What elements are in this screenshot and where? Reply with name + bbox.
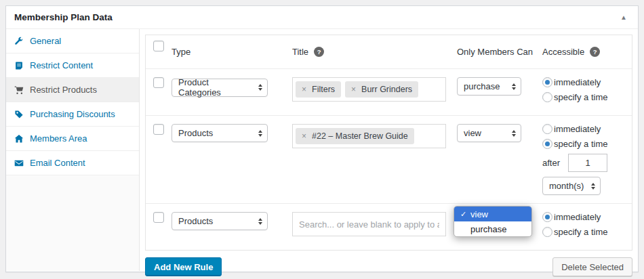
cart-icon [14,85,24,95]
only-members-can-dropdown: ✓ view purchase [454,206,532,237]
select-arrows-icon [258,84,262,91]
table-row: Products × #22 – Master Brew Guide [146,116,632,204]
radio-button[interactable] [542,124,552,134]
tab-label: Members Area [30,133,87,144]
tab-label: Purchasing Discounts [30,109,115,119]
delete-selected-button[interactable]: Delete Selected [552,257,632,276]
select-arrows-icon [512,83,516,90]
tab-label: Restrict Content [30,60,93,70]
tab-label: General [30,36,61,46]
radio-immediately[interactable]: immediately [542,212,632,222]
radio-button[interactable] [542,227,552,237]
tab-label: Email Content [30,158,85,168]
column-header-only-members-can: Only Members Can [457,47,537,57]
tab-purchasing-discounts[interactable]: Purchasing Discounts [6,102,139,127]
radio-button[interactable] [542,212,552,222]
after-amount-input[interactable] [568,154,607,172]
radio-specify-a-time[interactable]: specify a time [542,139,632,149]
radio-specify-a-time[interactable]: specify a time [542,92,632,102]
column-header-type: Type [172,47,292,57]
radio-immediately[interactable]: immediately [542,77,632,87]
type-select[interactable]: Products [172,212,268,230]
row-checkbox[interactable] [153,212,164,223]
table-row: Products view ✓ [146,204,632,250]
title-tags-field[interactable]: × #22 – Master Brew Guide [292,124,446,148]
column-header-title: Title ? [292,47,457,57]
tag-item: × #22 – Master Brew Guide [296,128,414,144]
add-new-rule-button[interactable]: Add New Rule [145,257,222,276]
select-all-checkbox[interactable] [153,41,164,51]
metabox-body: General Restrict Content Restrict Produc… [6,29,638,271]
rules-table: Type Title ? Only Members Can Accessible… [145,35,632,251]
radio-button[interactable] [542,92,552,102]
plan-data-tabs: General Restrict Content Restrict Produc… [6,29,140,271]
tag-icon [14,110,24,119]
rules-footer: Add New Rule Delete Selected [145,257,632,276]
radio-button[interactable] [542,139,552,149]
metabox-title: Membership Plan Data [14,12,618,22]
document-icon [14,61,24,70]
rules-table-header: Type Title ? Only Members Can Accessible… [146,35,632,69]
only-members-can-select[interactable]: view [457,124,521,142]
remove-tag-icon[interactable]: × [351,85,356,93]
tab-restrict-content[interactable]: Restrict Content [6,53,139,78]
accessible-help-icon[interactable]: ? [590,47,600,57]
select-arrows-icon [258,130,262,137]
home-icon [14,134,24,144]
check-icon: ✓ [460,210,467,219]
table-row: Product Categories × Filters × [146,69,632,116]
tab-email-content[interactable]: Email Content [6,151,139,175]
after-period-row: after [542,154,632,172]
type-select[interactable]: Products [172,124,268,142]
only-members-can-select[interactable]: purchase [457,77,521,95]
header-checkbox-cell [146,35,172,60]
tab-general[interactable]: General [6,29,139,53]
after-label: after [542,158,560,168]
email-icon [14,158,24,168]
tab-members-area[interactable]: Members Area [6,127,139,151]
title-search-input[interactable] [292,212,446,236]
wrench-icon [14,37,24,46]
tag-item: × Burr Grinders [345,81,418,98]
column-header-accessible: Accessible ? [537,47,632,57]
row-checkbox[interactable] [153,124,164,135]
select-arrows-icon [591,183,595,190]
membership-plan-data-metabox: Membership Plan Data ▲ General Restrict … [5,5,639,272]
radio-specify-a-time[interactable]: specify a time [542,227,632,237]
radio-button[interactable] [542,77,552,87]
remove-tag-icon[interactable]: × [302,85,306,93]
dropdown-option-view[interactable]: ✓ view [454,207,531,221]
title-help-icon[interactable]: ? [314,47,324,57]
remove-tag-icon[interactable]: × [302,132,306,140]
period-select[interactable]: month(s) [542,177,601,195]
select-arrows-icon [512,130,516,137]
tag-item: × Filters [296,81,341,98]
tab-restrict-products[interactable]: Restrict Products [6,78,139,102]
radio-immediately[interactable]: immediately [542,124,632,134]
tab-label: Restrict Products [30,85,97,95]
select-arrows-icon [258,218,262,225]
type-select[interactable]: Product Categories [172,79,268,97]
row-checkbox[interactable] [153,77,164,88]
restrict-products-panel: Type Title ? Only Members Can Accessible… [140,29,638,271]
metabox-header: Membership Plan Data ▲ [6,6,638,29]
title-tags-field[interactable]: × Filters × Burr Grinders [292,77,446,102]
dropdown-option-purchase[interactable]: purchase [454,221,531,236]
collapse-toggle-icon[interactable]: ▲ [618,13,630,22]
